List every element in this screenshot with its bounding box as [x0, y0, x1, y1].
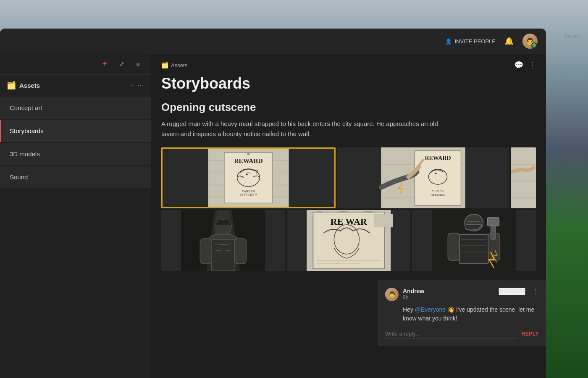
- sidebar-item-sound[interactable]: Sound: [0, 166, 151, 188]
- user-avatar[interactable]: 👨: [522, 34, 538, 49]
- comment-reply-area: REPLY: [385, 329, 539, 339]
- sidebar-item-storyboards[interactable]: Storyboards: [0, 120, 151, 142]
- svg-text:ATTACKS !!: ATTACKS !!: [240, 193, 257, 197]
- nav-item-label: Concept art: [10, 104, 42, 111]
- svg-point-21: [435, 173, 437, 174]
- svg-text:VARYNX: VARYNX: [242, 189, 255, 193]
- resolve-button[interactable]: RESOLVE: [499, 288, 525, 295]
- storyboard-cell-3[interactable]: [511, 147, 536, 208]
- comment-header: 👨 Andrew 9h RESOLVE ⋮: [385, 288, 539, 301]
- sidebar: + ⤢ « 🗂️ Assets + ⋯ Concept art Storyboa…: [0, 54, 151, 378]
- sidebar-item-3d-models[interactable]: 3D models: [0, 143, 151, 165]
- svg-rect-37: [374, 214, 393, 227]
- avatar-face: 👨: [522, 34, 538, 49]
- comment-pre-text: Hey: [403, 306, 415, 313]
- breadcrumb-icon: 🗂️: [161, 62, 168, 68]
- app-container: 👤 INVITE PEOPLE 🔔 👨 + ⤢ « 🗂️ Assets + ⋯: [0, 29, 546, 378]
- svg-point-12: [247, 153, 250, 155]
- svg-rect-32: [200, 239, 212, 264]
- nav-item-label: Storyboards: [10, 127, 44, 134]
- breadcrumb-label: Assets: [171, 62, 187, 68]
- breadcrumb: 🗂️ Assets: [161, 62, 187, 68]
- sidebar-item-concept-art[interactable]: Concept art: [0, 97, 151, 119]
- invite-icon: 👤: [445, 38, 452, 45]
- svg-rect-33: [234, 239, 246, 264]
- content-header: 🗂️ Assets 💬 ⋮: [151, 54, 546, 70]
- sidebar-nav: Concept art Storyboards 3D models Sound: [0, 96, 151, 378]
- storyboard-row-2: RE WAR: [161, 210, 536, 271]
- sidebar-section-actions: + ⋯: [130, 81, 144, 89]
- comment-panel: 👨 Andrew 9h RESOLVE ⋮ Hey @Everyone 👋 I'…: [378, 281, 546, 346]
- comment-more-button[interactable]: ⋮: [532, 288, 539, 296]
- svg-text:REWARD: REWARD: [425, 155, 451, 161]
- add-button[interactable]: +: [99, 58, 110, 70]
- reply-input[interactable]: [385, 329, 517, 339]
- more-action-button[interactable]: ⋮: [528, 60, 536, 70]
- storyboard-cell-1[interactable]: REWARD VARYNX ATTACKS !!: [161, 147, 336, 208]
- bell-icon: 🔔: [504, 37, 514, 46]
- svg-text:VARYNX: VARYNX: [432, 189, 444, 192]
- svg-text:REWARD: REWARD: [234, 157, 262, 164]
- comment-time: 9h: [403, 294, 494, 300]
- expand-button[interactable]: ⤢: [116, 58, 127, 70]
- content-actions: 💬 ⋮: [514, 60, 536, 70]
- description-text: A rugged man with a heavy maul strapped …: [161, 119, 455, 139]
- comment-author-avatar: 👨: [385, 288, 399, 301]
- app-body: + ⤢ « 🗂️ Assets + ⋯ Concept art Storyboa…: [0, 54, 546, 378]
- assets-icon: 🗂️: [7, 81, 16, 90]
- invite-label: INVITE PEOPLE: [454, 38, 496, 45]
- svg-rect-24: [511, 147, 536, 208]
- storyboard-cell-2[interactable]: REWARD VARYNX ATTACKS!: [337, 147, 509, 208]
- storyboard-row-1: REWARD VARYNX ATTACKS !!: [161, 147, 536, 208]
- comment-meta: Andrew 9h: [403, 288, 494, 300]
- storyboard-cell-4[interactable]: [161, 210, 285, 271]
- invite-people-button[interactable]: 👤 INVITE PEOPLE: [445, 38, 496, 45]
- content-body: Storyboards Opening cutscene A rugged ma…: [151, 70, 546, 378]
- svg-rect-48: [488, 218, 499, 226]
- sidebar-section-header: 🗂️ Assets + ⋯: [0, 75, 151, 96]
- nav-item-label: 3D models: [10, 150, 40, 158]
- app-header: 👤 INVITE PEOPLE 🔔 👨: [0, 29, 546, 54]
- storyboard-cell-6[interactable]: [412, 210, 536, 271]
- main-content: 🗂️ Assets 💬 ⋮ Storyboards Opening cutsce…: [151, 54, 546, 378]
- storyboard-cell-5[interactable]: RE WAR: [287, 210, 411, 271]
- collapse-button[interactable]: «: [132, 58, 144, 70]
- saved-label: Saved: [564, 33, 580, 39]
- comment-mention[interactable]: @Everyone: [415, 306, 446, 313]
- svg-point-9: [246, 173, 248, 175]
- sidebar-toolbar: + ⤢ «: [0, 54, 151, 75]
- section-more-button[interactable]: ⋯: [137, 81, 144, 89]
- comment-body: Hey @Everyone 👋 I've updated the scene, …: [385, 305, 539, 323]
- svg-rect-31: [211, 239, 235, 271]
- svg-text:ATTACKS!: ATTACKS!: [431, 193, 445, 197]
- nav-item-label: Sound: [10, 173, 28, 181]
- svg-rect-44: [459, 234, 489, 264]
- section-add-button[interactable]: +: [130, 81, 134, 89]
- notification-button[interactable]: 🔔: [502, 34, 516, 48]
- section-title: Opening cutscene: [161, 101, 536, 114]
- page-title: Storyboards: [161, 75, 536, 92]
- sidebar-assets-title: Assets: [19, 82, 127, 89]
- comment-wave: 👋: [446, 306, 454, 313]
- reply-button[interactable]: REPLY: [522, 331, 539, 337]
- comment-action-button[interactable]: 💬: [514, 60, 523, 70]
- svg-rect-45: [448, 233, 460, 260]
- comment-author-name: Andrew: [403, 288, 494, 294]
